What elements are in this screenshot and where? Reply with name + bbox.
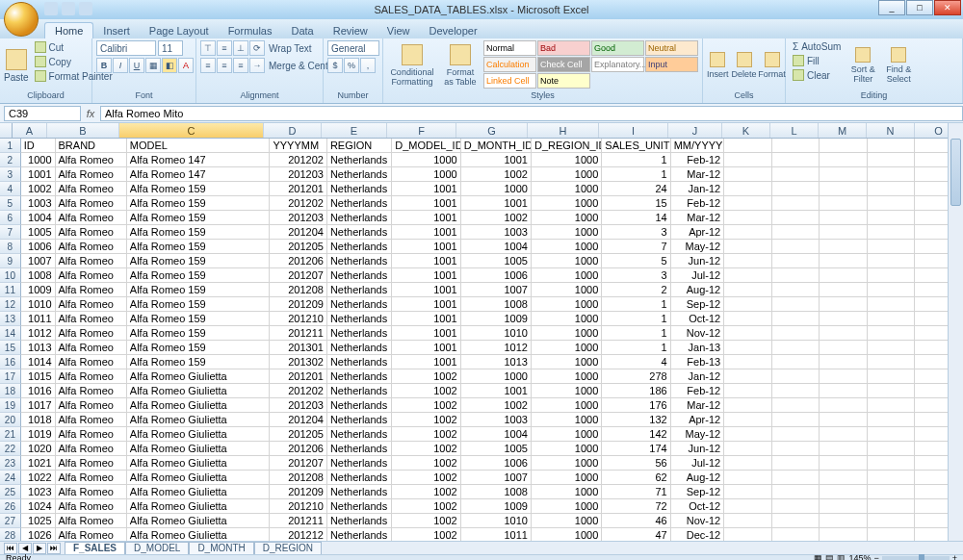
ribbon-tab-developer[interactable]: Developer (419, 23, 486, 38)
cell[interactable]: Alfa Romeo (56, 341, 127, 355)
cell[interactable]: Apr-12 (671, 225, 725, 240)
cell[interactable]: Netherlands (327, 471, 392, 485)
cell[interactable]: Alfa Romeo (56, 225, 127, 240)
cell[interactable]: SALES_UNITS (602, 139, 670, 153)
cell[interactable]: 1007 (461, 283, 532, 297)
cell[interactable]: 1000 (532, 384, 602, 398)
cell[interactable]: 1000 (532, 427, 602, 442)
cell[interactable] (868, 225, 916, 240)
cell[interactable]: 201209 (270, 297, 326, 312)
cell[interactable]: 201208 (270, 283, 326, 297)
redo-icon[interactable] (79, 2, 92, 15)
formula-input[interactable]: Alfa Romeo Mito (100, 106, 963, 121)
cell[interactable]: Jan-13 (671, 341, 725, 355)
number-format-combo[interactable]: General (327, 40, 379, 56)
cell[interactable]: Alfa Romeo (56, 442, 127, 456)
cell[interactable]: Alfa Romeo (56, 153, 127, 167)
cell[interactable] (820, 297, 868, 312)
column-header-E[interactable]: E (322, 123, 387, 138)
sheet-tab-f_sales[interactable]: F_SALES (65, 542, 125, 555)
cell[interactable]: Alfa Romeo 159 (127, 240, 271, 254)
cell[interactable] (868, 283, 916, 297)
row-header[interactable]: 4 (0, 182, 21, 196)
cell[interactable] (868, 167, 916, 182)
view-normal-icon[interactable]: ▦ (814, 553, 822, 561)
style-note[interactable]: Note (537, 73, 590, 89)
fill-button[interactable]: Fill (790, 54, 844, 67)
cell[interactable]: Netherlands (327, 283, 392, 297)
underline-button[interactable]: U (129, 58, 144, 73)
cell[interactable]: 1000 (392, 153, 460, 167)
cell[interactable]: Netherlands (327, 240, 392, 254)
cell[interactable]: 201301 (270, 341, 326, 355)
cell[interactable]: 1005 (21, 225, 56, 240)
cell[interactable]: May-12 (671, 427, 725, 442)
cell[interactable]: 1013 (461, 355, 532, 369)
cell[interactable]: Netherlands (327, 167, 392, 182)
cell[interactable] (868, 341, 916, 355)
cell[interactable] (820, 456, 868, 471)
cell[interactable] (820, 211, 868, 225)
cell[interactable]: 1000 (532, 153, 602, 167)
cell[interactable]: 201203 (270, 167, 326, 182)
cell[interactable] (772, 153, 820, 167)
cell[interactable]: Alfa Romeo (56, 182, 127, 196)
cell[interactable]: 47 (602, 528, 670, 541)
cell[interactable]: Alfa Romeo (56, 355, 127, 369)
cell[interactable]: Feb-12 (671, 153, 725, 167)
cell[interactable]: 1002 (461, 398, 532, 413)
cell[interactable]: Mar-12 (671, 398, 725, 413)
cell-styles-gallery[interactable]: NormalBadGoodNeutralCalculationCheck Cel… (483, 40, 698, 89)
cell[interactable]: 1018 (21, 413, 56, 427)
cell[interactable]: Alfa Romeo (56, 211, 127, 225)
cell[interactable]: Alfa Romeo Giulietta (127, 528, 271, 541)
format-as-table-button[interactable]: Format as Table (440, 40, 481, 90)
cell[interactable] (772, 341, 820, 355)
clear-button[interactable]: Clear (790, 68, 844, 82)
cell[interactable]: 201206 (270, 442, 326, 456)
row-header[interactable]: 23 (0, 456, 21, 471)
cell[interactable]: 1012 (21, 326, 56, 341)
cell[interactable] (724, 384, 772, 398)
zoom-in-button[interactable]: + (952, 553, 957, 561)
scroll-thumb[interactable] (950, 139, 961, 206)
cell[interactable] (724, 312, 772, 326)
cell[interactable]: 1020 (21, 442, 56, 456)
cell[interactable] (772, 369, 820, 384)
cell[interactable]: 1001 (392, 254, 460, 268)
cell[interactable]: 1001 (392, 225, 460, 240)
cell[interactable] (772, 427, 820, 442)
cell[interactable]: 1000 (532, 471, 602, 485)
cell[interactable] (724, 153, 772, 167)
cell[interactable]: ID (21, 139, 56, 153)
cell[interactable] (868, 413, 916, 427)
cell[interactable]: 1022 (21, 471, 56, 485)
cell[interactable]: 1001 (392, 326, 460, 341)
cell[interactable]: 201203 (270, 211, 326, 225)
cell[interactable]: D_REGION_ID (532, 139, 602, 153)
cell[interactable]: 1000 (532, 167, 602, 182)
cell[interactable]: 1012 (461, 341, 532, 355)
sort-filter-button[interactable]: Sort & Filter (846, 40, 879, 90)
column-header-L[interactable]: L (770, 123, 819, 138)
cell[interactable] (724, 167, 772, 182)
sheet-tab-d_region[interactable]: D_REGION (254, 542, 322, 555)
cell[interactable]: Alfa Romeo (56, 167, 127, 182)
row-header[interactable]: 6 (0, 211, 21, 225)
cell[interactable]: MODEL (127, 139, 271, 153)
cell[interactable]: 3 (602, 225, 670, 240)
cell[interactable] (772, 456, 820, 471)
cell[interactable]: 1000 (532, 413, 602, 427)
cell[interactable]: 5 (602, 254, 670, 268)
border-button[interactable]: ▦ (145, 58, 161, 73)
cell[interactable]: Alfa Romeo Giulietta (127, 499, 271, 514)
cell[interactable] (820, 514, 868, 528)
row-header[interactable]: 9 (0, 254, 21, 268)
cell[interactable] (868, 355, 916, 369)
cell[interactable]: Alfa Romeo Giulietta (127, 456, 271, 471)
cell[interactable]: Dec-12 (671, 528, 725, 541)
name-box[interactable]: C39 (4, 106, 81, 121)
cell[interactable]: Aug-12 (671, 283, 725, 297)
cell[interactable]: Jan-12 (671, 369, 725, 384)
cell[interactable]: Feb-12 (671, 384, 725, 398)
